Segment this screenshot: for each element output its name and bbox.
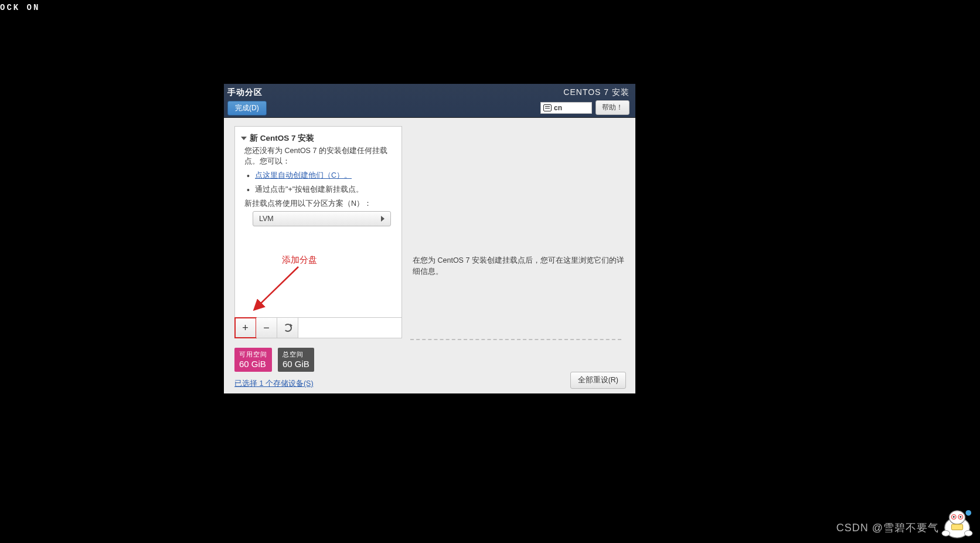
mountpoint-button-row: + −	[235, 317, 401, 338]
page-title: 手动分区	[227, 87, 267, 98]
installer-window: 手动分区 完成(D) CENTOS 7 安装 cn 帮助！ 新 CentOS 7…	[224, 84, 635, 393]
reset-all-button[interactable]: 全部重设(R)	[570, 372, 626, 389]
detail-right-pane: 在您为 CentOS 7 安装创建挂载点后，您可在这里浏览它们的详细信息。	[413, 126, 625, 338]
topbar: 手动分区 完成(D) CENTOS 7 安装 cn 帮助！	[224, 84, 635, 118]
free-space-card: 可用空间 60 GiB	[234, 348, 272, 372]
topbar-left: 手动分区 完成(D)	[227, 87, 267, 116]
manual-hint: 通过点击"+"按钮创建新挂载点。	[255, 185, 363, 194]
svg-point-10	[965, 510, 971, 516]
intro-text: 您还没有为 CentOS 7 的安装创建任何挂载点。您可以：	[244, 145, 396, 167]
scheme-value: LVM	[259, 213, 274, 224]
total-space-card: 总空间 60 GiB	[278, 348, 314, 372]
minus-icon: −	[263, 322, 270, 334]
svg-point-8	[965, 531, 973, 537]
mascot-icon	[940, 508, 974, 540]
total-space-value: 60 GiB	[283, 359, 309, 369]
svg-point-6	[959, 516, 961, 518]
auto-create-link[interactable]: 点这里自动创建他们（C）。	[255, 171, 352, 179]
remove-mountpoint-button[interactable]: −	[256, 318, 277, 338]
chevron-right-icon	[381, 216, 384, 222]
svg-point-7	[942, 531, 950, 537]
storage-devices-link[interactable]: 已选择 1 个存储设备(S)	[234, 379, 314, 389]
free-space-label: 可用空间	[239, 351, 267, 359]
bottom-row: 可用空间 60 GiB 总空间 60 GiB 已选择 1 个存储设备(S) 全部…	[224, 344, 635, 393]
refresh-icon	[284, 324, 292, 332]
add-mountpoint-button[interactable]: +	[235, 318, 256, 338]
topbar-right: CENTOS 7 安装 cn 帮助！	[540, 87, 629, 115]
help-button[interactable]: 帮助！	[596, 100, 629, 115]
partition-left-pane: 新 CentOS 7 安装 您还没有为 CentOS 7 的安装创建任何挂载点。…	[234, 126, 402, 338]
plus-icon: +	[242, 322, 249, 334]
svg-rect-9	[951, 524, 962, 530]
empty-state-text: 在您为 CentOS 7 安装创建挂载点后，您可在这里浏览它们的详细信息。	[413, 255, 625, 277]
scheme-label: 新挂载点将使用以下分区方案（N）：	[244, 198, 396, 209]
dashed-separator	[410, 339, 621, 340]
space-cards: 可用空间 60 GiB 总空间 60 GiB	[234, 348, 314, 372]
language-code: cn	[554, 104, 562, 112]
section-title: 新 CentOS 7 安装	[250, 133, 314, 144]
free-space-value: 60 GiB	[239, 359, 267, 369]
total-space-label: 总空间	[283, 351, 309, 359]
product-title: CENTOS 7 安装	[563, 87, 629, 98]
lock-indicator: OCK ON	[0, 3, 40, 12]
done-button[interactable]: 完成(D)	[227, 101, 267, 116]
svg-point-5	[953, 516, 955, 518]
triangle-down-icon	[241, 137, 247, 140]
section-heading[interactable]: 新 CentOS 7 安装	[241, 133, 396, 144]
keyboard-icon	[543, 104, 552, 111]
scheme-dropdown[interactable]: LVM	[253, 211, 391, 226]
watermark-text: CSDN @雪碧不要气	[836, 521, 939, 535]
refresh-button[interactable]	[277, 318, 298, 338]
body: 新 CentOS 7 安装 您还没有为 CentOS 7 的安装创建任何挂载点。…	[224, 118, 635, 344]
language-indicator[interactable]: cn	[540, 102, 592, 114]
